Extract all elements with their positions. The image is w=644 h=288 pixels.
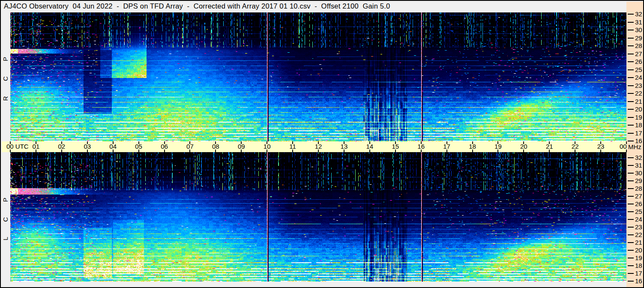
hour-tick-top bbox=[446, 141, 447, 144]
hour-tick-top bbox=[600, 141, 601, 144]
hour-tick-top bbox=[369, 141, 370, 144]
freq-tick-label-25: 25 bbox=[635, 66, 642, 73]
hour-tick-top bbox=[395, 141, 396, 144]
freq-tick-label-29: 29 bbox=[635, 34, 642, 42]
freq-tick bbox=[628, 188, 634, 189]
hour-tick-top bbox=[189, 141, 190, 144]
time-axis-band bbox=[2, 141, 626, 152]
freq-tick bbox=[628, 250, 634, 251]
freq-tick bbox=[628, 22, 634, 23]
spectrogram-lcp bbox=[10, 152, 626, 282]
freq-tick bbox=[628, 258, 634, 258]
freq-tick bbox=[628, 117, 634, 118]
freq-tick-label-28: 28 bbox=[635, 185, 642, 192]
hour-tick-top bbox=[626, 141, 627, 144]
hour-tick-bottom bbox=[61, 150, 62, 152]
freq-tick bbox=[628, 219, 634, 220]
rcp-panel-label: R C P bbox=[1, 12, 10, 141]
freq-tick bbox=[628, 30, 634, 30]
lcp-panel-label: L C P bbox=[1, 152, 10, 282]
freq-tick-label-18: 18 bbox=[635, 121, 642, 129]
freq-tick-label-32: 32 bbox=[635, 154, 642, 161]
freq-tick bbox=[628, 101, 634, 102]
page-title: AJ4CO Observatory 04 Jun 2022 - DPS on T… bbox=[4, 2, 390, 10]
spectrogram-page: AJ4CO Observatory 04 Jun 2022 - DPS on T… bbox=[0, 0, 644, 288]
freq-tick bbox=[628, 227, 634, 228]
freq-tick bbox=[628, 165, 634, 166]
freq-tick-label-22: 22 bbox=[635, 231, 642, 238]
hour-tick-top bbox=[215, 141, 216, 144]
freq-tick bbox=[628, 61, 634, 62]
freq-tick-label-19: 19 bbox=[635, 254, 642, 261]
hour-tick-top bbox=[164, 141, 165, 144]
hour-tick-bottom bbox=[215, 150, 216, 152]
hour-tick-bottom bbox=[113, 150, 114, 152]
hour-tick-bottom bbox=[318, 150, 319, 152]
hour-tick-bottom bbox=[369, 150, 370, 152]
freq-tick bbox=[628, 141, 634, 141]
hour-tick-bottom bbox=[241, 150, 242, 152]
freq-tick bbox=[628, 85, 634, 86]
hour-tick-top bbox=[10, 141, 11, 144]
freq-tick bbox=[628, 173, 634, 174]
freq-tick-label-20: 20 bbox=[635, 246, 642, 254]
freq-tick-label-30: 30 bbox=[635, 169, 642, 177]
freq-tick bbox=[628, 204, 634, 204]
freq-tick-label-19: 19 bbox=[635, 114, 642, 121]
freq-tick bbox=[628, 196, 634, 197]
freq-tick bbox=[628, 157, 634, 158]
hour-tick-bottom bbox=[523, 150, 524, 152]
hour-tick-bottom bbox=[472, 150, 473, 152]
hour-tick-top bbox=[344, 141, 344, 144]
hour-tick-top bbox=[575, 141, 575, 144]
freq-tick-label-22: 22 bbox=[635, 90, 642, 97]
hour-tick-bottom bbox=[292, 150, 293, 152]
hour-tick-bottom bbox=[189, 150, 190, 152]
hour-tick-top bbox=[497, 141, 498, 144]
hour-tick-top bbox=[267, 141, 267, 144]
spectrogram-rcp bbox=[10, 12, 626, 141]
freq-tick bbox=[628, 77, 634, 78]
freq-tick bbox=[628, 281, 634, 282]
hour-tick-bottom bbox=[10, 150, 11, 152]
hour-tick-top bbox=[87, 141, 88, 144]
freq-tick bbox=[628, 125, 634, 126]
lcp-label-text: L C P bbox=[2, 194, 9, 240]
hour-tick-bottom bbox=[575, 150, 575, 152]
freq-tick-label-23: 23 bbox=[635, 82, 642, 89]
freq-tick-label-31: 31 bbox=[635, 162, 642, 169]
freq-tick-label-24: 24 bbox=[635, 216, 642, 223]
freq-tick-label-17: 17 bbox=[635, 129, 642, 137]
hour-tick-top bbox=[113, 141, 114, 144]
freq-tick bbox=[628, 265, 634, 266]
hour-tick-top bbox=[241, 141, 242, 144]
hour-tick-top bbox=[549, 141, 550, 144]
hour-tick-bottom bbox=[446, 150, 447, 152]
freq-tick bbox=[628, 38, 634, 39]
hour-tick-bottom bbox=[267, 150, 267, 152]
hour-tick-bottom bbox=[626, 150, 627, 152]
freq-tick bbox=[628, 273, 634, 274]
hour-tick-top bbox=[523, 141, 524, 144]
freq-tick bbox=[628, 211, 634, 212]
freq-tick-label-18: 18 bbox=[635, 262, 642, 269]
freq-tick-label-32: 32 bbox=[635, 10, 642, 18]
freq-tick-label-30: 30 bbox=[635, 26, 642, 33]
freq-tick bbox=[628, 93, 634, 94]
hour-tick-top bbox=[36, 141, 36, 144]
freq-tick-label-24: 24 bbox=[635, 74, 642, 81]
freq-tick bbox=[628, 109, 634, 110]
hour-tick-top bbox=[421, 141, 422, 144]
hour-tick-bottom bbox=[421, 150, 422, 152]
freq-tick bbox=[628, 45, 634, 46]
freq-tick-label-31: 31 bbox=[635, 18, 642, 26]
hour-tick-bottom bbox=[549, 150, 550, 152]
hour-tick-top bbox=[292, 141, 293, 144]
freq-tick-label-26: 26 bbox=[635, 58, 642, 65]
rcp-label-text: R C P bbox=[2, 53, 9, 101]
freq-tick bbox=[628, 242, 634, 243]
freq-tick bbox=[628, 180, 634, 181]
freq-tick bbox=[628, 54, 634, 54]
hour-tick-top bbox=[138, 141, 139, 144]
hour-tick-bottom bbox=[395, 150, 396, 152]
